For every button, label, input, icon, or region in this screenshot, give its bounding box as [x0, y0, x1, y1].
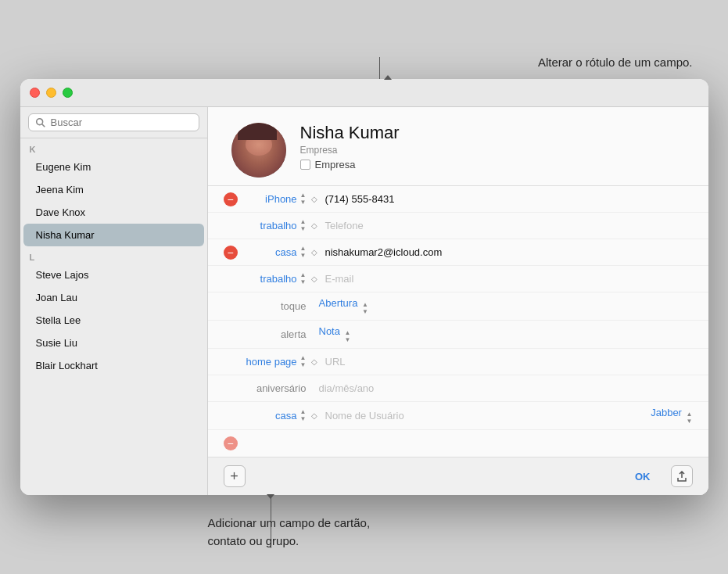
search-input[interactable] — [51, 117, 192, 128]
field-value-username[interactable]: Nome de Usuário — [325, 410, 645, 422]
titlebar — [20, 79, 708, 107]
chevron-icon: ◇ — [311, 274, 317, 283]
field-label-alerta: alerta — [244, 328, 307, 340]
remove-placeholder — [224, 300, 238, 314]
stepper-icon[interactable]: ▲▼ — [687, 411, 693, 425]
fields-section: − iPhone ▲▼ ◇ (714) 555-8431 trabalho — [208, 186, 708, 457]
field-value-email[interactable]: nishakumar2@icloud.com — [325, 246, 693, 258]
field-value-aniversario[interactable]: dia/mês/ano — [319, 382, 693, 394]
label-text: home page — [246, 356, 297, 368]
field-row-casa-email: − casa ▲▼ ◇ nishakumar2@icloud.com — [208, 239, 708, 266]
label-text: iPhone — [265, 193, 296, 205]
field-label-iphone[interactable]: iPhone ▲▼ — [244, 192, 307, 206]
label-text: toque — [281, 300, 307, 312]
remove-placeholder — [224, 355, 238, 369]
label-text: casa — [275, 410, 296, 422]
section-label-l: L — [20, 246, 207, 264]
section-label-k: K — [20, 138, 207, 156]
search-bar — [20, 107, 207, 138]
field-row-jabber: casa ▲▼ ◇ Nome de Usuário Jabber ▲▼ — [208, 402, 708, 430]
ok-button[interactable]: OK — [622, 468, 663, 486]
field-label-trabalho-phone[interactable]: trabalho ▲▼ — [244, 219, 307, 232]
contact-item[interactable]: Susie Liu — [23, 332, 204, 354]
annotation-arrow-bottom — [267, 494, 274, 499]
search-input-wrap[interactable] — [28, 113, 199, 131]
stepper-icon[interactable]: ▲▼ — [300, 219, 307, 232]
detail-pane: Nisha Kumar Empresa Empresa − i — [208, 107, 708, 495]
field-label-casa[interactable]: casa ▲▼ — [244, 246, 307, 259]
label-text: trabalho — [260, 220, 297, 231]
remove-button[interactable]: − — [224, 436, 238, 450]
svg-point-0 — [36, 118, 42, 124]
company-checkbox-row: Empresa — [300, 159, 400, 170]
field-row-trabalho-email: trabalho ▲▼ ◇ E-mail — [208, 266, 708, 292]
share-button[interactable] — [671, 465, 693, 487]
share-icon — [676, 471, 687, 482]
stepper-icon[interactable]: ▲▼ — [300, 409, 307, 422]
field-value-toque[interactable]: Abertura ▲▼ — [319, 297, 693, 315]
contact-item[interactable]: Joan Lau — [23, 286, 204, 309]
stepper-icon[interactable]: ▲▼ — [300, 192, 307, 206]
contact-header: Nisha Kumar Empresa Empresa — [208, 107, 708, 185]
annotation-top-text: Alterar o rótulo de um campo. — [538, 56, 693, 69]
field-label-casa-jabber[interactable]: casa ▲▼ — [244, 409, 307, 422]
label-text: alerta — [281, 328, 307, 340]
field-label-aniversario: aniversário — [244, 382, 307, 394]
contact-item[interactable]: Dave Knox — [23, 201, 204, 224]
field-row-aniversario: aniversário dia/mês/ano — [208, 375, 708, 402]
field-value-trabalho-phone[interactable]: Telefone — [325, 220, 693, 231]
field-label-trabalho-email[interactable]: trabalho ▲▼ — [244, 272, 307, 285]
company-checkbox-label: Empresa — [315, 159, 356, 170]
bottom-bar: + OK — [208, 457, 708, 495]
field-value-jabber[interactable]: Jabber ▲▼ — [651, 407, 692, 425]
traffic-lights — [30, 88, 73, 98]
add-field-button[interactable]: + — [224, 465, 246, 487]
stepper-icon[interactable]: ▲▼ — [345, 330, 351, 343]
field-row-alerta: alerta Nota ▲▼ — [208, 321, 708, 349]
chevron-icon: ◇ — [311, 221, 317, 230]
contact-item[interactable]: Jeena Kim — [23, 178, 204, 201]
contact-list: K Eugene Kim Jeena Kim Dave Knox Nisha K… — [20, 138, 207, 487]
bottom-right: OK — [622, 465, 693, 487]
contact-item-selected[interactable]: Nisha Kumar — [23, 224, 204, 246]
stepper-icon[interactable]: ▲▼ — [362, 302, 368, 315]
stepper-icon[interactable]: ▲▼ — [300, 272, 307, 285]
contacts-window: K Eugene Kim Jeena Kim Dave Knox Nisha K… — [20, 79, 708, 495]
field-value-trabalho-email[interactable]: E-mail — [325, 273, 693, 285]
svg-line-1 — [41, 124, 45, 127]
contact-item[interactable]: Eugene Kim — [23, 156, 204, 178]
label-text: trabalho — [260, 273, 297, 285]
stepper-icon[interactable]: ▲▼ — [300, 355, 307, 368]
remove-placeholder — [224, 328, 238, 342]
chevron-icon: ◇ — [311, 411, 317, 420]
field-row-trabalho-phone: trabalho ▲▼ ◇ Telefone — [208, 213, 708, 239]
field-value-alerta[interactable]: Nota ▲▼ — [319, 325, 693, 343]
field-row-homepage: home page ▲▼ ◇ URL — [208, 349, 708, 375]
remove-placeholder — [224, 382, 238, 396]
remove-button[interactable]: − — [224, 192, 238, 206]
company-checkbox[interactable] — [300, 160, 310, 170]
close-button[interactable] — [30, 88, 40, 98]
minimize-button[interactable] — [46, 88, 56, 98]
contact-item[interactable]: Stella Lee — [23, 309, 204, 332]
contact-name-block: Nisha Kumar Empresa Empresa — [300, 123, 400, 170]
contact-company-label: Empresa — [300, 145, 400, 156]
label-text: casa — [275, 246, 296, 258]
contact-item[interactable]: Steve Lajos — [23, 264, 204, 286]
field-row-toque: toque Abertura ▲▼ — [208, 292, 708, 321]
field-value-phone[interactable]: (714) 555-8431 — [325, 193, 693, 205]
sidebar: K Eugene Kim Jeena Kim Dave Knox Nisha K… — [20, 107, 208, 495]
field-value-url[interactable]: URL — [325, 356, 693, 368]
annotation-bottom-text: Adicionar um campo de cartão, contato ou… — [208, 515, 371, 550]
remove-placeholder — [224, 219, 238, 233]
contact-name: Nisha Kumar — [300, 123, 400, 143]
stepper-icon[interactable]: ▲▼ — [300, 246, 307, 259]
remove-button[interactable]: − — [224, 246, 238, 260]
field-label-homepage[interactable]: home page ▲▼ — [244, 355, 307, 368]
remove-placeholder — [224, 409, 238, 423]
contact-item[interactable]: Blair Lockhart — [23, 354, 204, 377]
maximize-button[interactable] — [63, 88, 73, 98]
chevron-icon: ◇ — [311, 195, 317, 203]
field-row-iphone: − iPhone ▲▼ ◇ (714) 555-8431 — [208, 186, 708, 213]
field-row-extra: − — [208, 430, 708, 457]
